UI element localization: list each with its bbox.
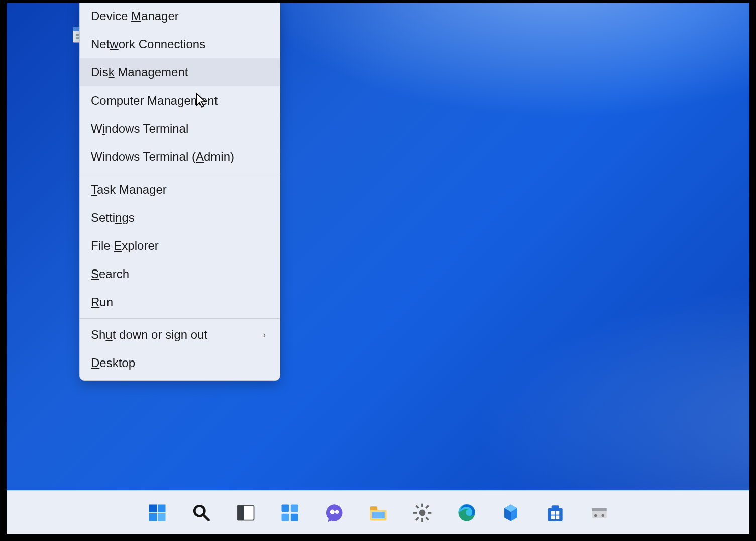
svg-rect-22	[421, 503, 423, 507]
taskbar-edge-icon[interactable]	[454, 500, 480, 526]
svg-rect-31	[548, 508, 562, 521]
svg-point-17	[330, 509, 334, 514]
svg-rect-38	[592, 508, 606, 511]
svg-point-40	[601, 514, 604, 517]
svg-rect-24	[413, 512, 416, 514]
menu-item-label: Windows Terminal	[91, 122, 188, 136]
taskbar-widgets-icon[interactable]	[277, 500, 303, 526]
svg-rect-29	[415, 517, 419, 521]
svg-rect-28	[425, 505, 429, 509]
taskbar-app-misc-icon[interactable]	[586, 500, 612, 526]
menu-item-label: Settings	[91, 211, 135, 225]
svg-rect-33	[551, 511, 554, 514]
menu-item-label: Search	[91, 267, 129, 281]
menu-item-disk-management[interactable]: Disk Management	[80, 58, 280, 86]
svg-rect-32	[551, 505, 559, 509]
taskbar-settings-icon[interactable]	[409, 500, 436, 526]
menu-item-run[interactable]: Run	[80, 288, 280, 316]
taskbar-app-blue-icon[interactable]	[498, 500, 524, 526]
menu-item-windows-terminal[interactable]: Windows Terminal	[80, 115, 280, 143]
svg-rect-35	[551, 515, 554, 519]
svg-point-39	[594, 514, 597, 517]
svg-rect-25	[428, 512, 431, 514]
svg-rect-11	[237, 505, 244, 520]
menu-item-shutdown[interactable]: Shut down or sign out›	[80, 321, 280, 349]
menu-item-label: Windows Terminal (Admin)	[91, 150, 234, 164]
taskbar-search-icon[interactable]	[188, 500, 214, 526]
svg-point-21	[419, 509, 425, 516]
svg-rect-23	[421, 518, 423, 522]
svg-rect-14	[281, 513, 289, 521]
svg-rect-34	[555, 511, 559, 514]
menu-item-label: Desktop	[91, 356, 135, 370]
taskbar	[7, 490, 749, 534]
svg-rect-19	[370, 506, 377, 510]
menu-item-label: Computer Management	[91, 94, 218, 108]
menu-item-label: Device Manager	[91, 9, 179, 23]
menu-item-windows-terminal-admin[interactable]: Windows Terminal (Admin)	[80, 143, 280, 171]
menu-separator	[80, 173, 280, 173]
taskbar-chat-icon[interactable]	[321, 500, 347, 526]
menu-item-search[interactable]: Search	[80, 260, 280, 288]
menu-item-label: Network Connections	[91, 37, 205, 51]
screenshot-frame: Device ManagerNetwork ConnectionsDisk Ma…	[5, 1, 751, 536]
svg-rect-36	[555, 515, 559, 519]
taskbar-microsoft-store-icon[interactable]	[542, 500, 568, 526]
taskbar-start-icon[interactable]	[144, 500, 170, 526]
taskbar-file-explorer-icon[interactable]	[365, 500, 391, 526]
svg-rect-15	[290, 513, 298, 521]
svg-rect-26	[415, 505, 419, 509]
menu-item-desktop[interactable]: Desktop	[80, 349, 280, 377]
menu-item-computer-management[interactable]: Computer Management	[80, 86, 280, 115]
menu-item-file-explorer[interactable]: File Explorer	[80, 232, 280, 260]
menu-item-label: File Explorer	[91, 239, 159, 253]
menu-item-settings[interactable]: Settings	[80, 204, 280, 232]
power-user-menu: Device ManagerNetwork ConnectionsDisk Ma…	[79, 1, 280, 381]
svg-point-18	[335, 510, 338, 513]
chevron-right-icon: ›	[263, 330, 269, 340]
svg-rect-6	[149, 513, 157, 521]
menu-item-task-manager[interactable]: Task Manager	[80, 175, 280, 204]
menu-item-label: Shut down or sign out	[91, 328, 207, 342]
svg-rect-5	[157, 504, 165, 512]
menu-item-device-manager[interactable]: Device Manager	[80, 2, 280, 30]
menu-item-label: Task Manager	[91, 183, 167, 197]
svg-rect-13	[290, 504, 298, 512]
svg-rect-4	[149, 504, 157, 512]
svg-line-9	[203, 515, 208, 520]
menu-item-label: Run	[91, 295, 113, 309]
svg-rect-27	[425, 517, 429, 521]
svg-rect-20	[372, 512, 385, 518]
menu-item-network-connections[interactable]: Network Connections	[80, 30, 280, 58]
svg-rect-12	[281, 504, 289, 512]
menu-item-label: Disk Management	[91, 65, 188, 79]
menu-separator	[80, 318, 280, 319]
taskbar-task-view-icon[interactable]	[233, 500, 259, 526]
svg-rect-7	[157, 513, 165, 521]
